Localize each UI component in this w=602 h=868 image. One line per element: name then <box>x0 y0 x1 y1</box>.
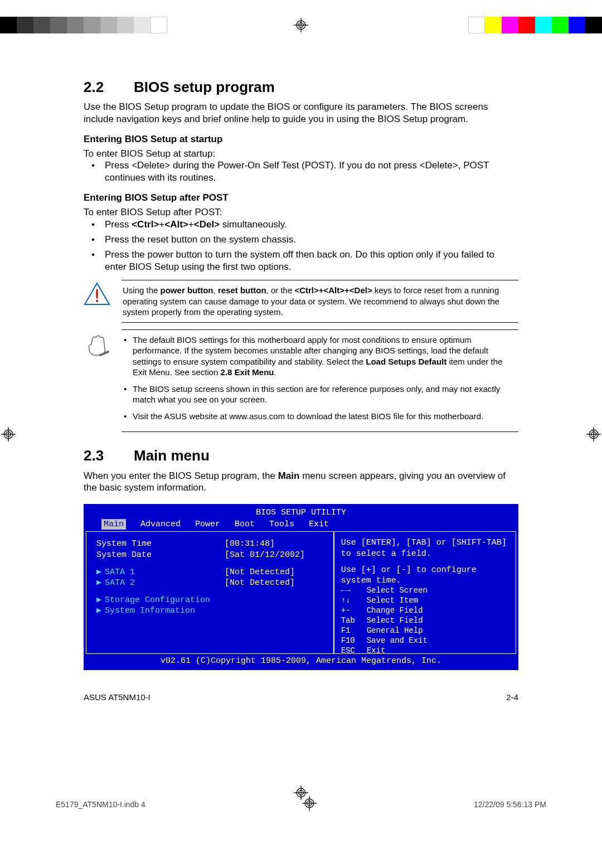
list-item: Press the reset button on the system cha… <box>105 234 518 246</box>
bullet-list: Press <Delete> during the Power-On Self … <box>84 159 518 184</box>
footer-model: ASUS AT5NM10-I <box>84 692 151 702</box>
note-text: Using the power button, reset button, or… <box>122 280 518 323</box>
bios-tab: Tools <box>269 519 294 530</box>
registration-mark-icon <box>0 426 17 443</box>
bios-tab: Power <box>195 519 220 530</box>
page-footer: ASUS AT5NM10-I 2-4 <box>84 692 518 702</box>
list-item: The default BIOS settings for this mothe… <box>133 334 517 378</box>
info-note: The default BIOS settings for this mothe… <box>84 329 518 433</box>
page-content: 2.2 BIOS setup program Use the BIOS Setu… <box>84 78 518 670</box>
registration-mark-icon <box>585 426 602 443</box>
bios-help-text: Use [+] or [-] to configure system time. <box>341 565 509 586</box>
lead-text: To enter BIOS Setup after POST: <box>84 206 518 219</box>
bios-main-pane: System Time[00:31:48]System Date[Sat 01/… <box>86 531 334 654</box>
list-item: Press <Ctrl>+<Alt>+<Del> simultaneously. <box>105 219 518 231</box>
warning-icon <box>84 280 111 309</box>
note-list: The default BIOS settings for this mothe… <box>122 329 518 433</box>
list-item: The BIOS setup screens shown in this sec… <box>133 384 517 405</box>
bios-tab-bar: MainAdvancedPowerBootToolsExit <box>86 519 516 531</box>
lead-text: To enter BIOS Setup at startup: <box>84 148 518 160</box>
bios-tab: Advanced <box>140 519 181 530</box>
print-file: E5179_AT5NM10-I.indb 4 <box>56 800 145 809</box>
bios-help-text: Use [ENTER], [TAB] or [SHIFT-TAB] to sel… <box>341 537 509 559</box>
section-intro: Use the BIOS Setup program to update the… <box>84 101 518 125</box>
registration-mark-icon <box>302 796 317 812</box>
list-item: Visit the ASUS website at www.asus.com t… <box>133 411 517 422</box>
bios-tab: Exit <box>309 519 329 530</box>
subheading: Entering BIOS Setup after POST <box>84 192 518 204</box>
footer-page: 2-4 <box>506 692 518 702</box>
bios-tab: Main <box>101 519 126 530</box>
list-item: Press <Delete> during the Power-On Self … <box>105 159 518 184</box>
section-heading: 2.2 BIOS setup program <box>84 78 518 96</box>
svg-point-17 <box>96 300 98 302</box>
bios-copyright: v02.61 (C)Copyright 1985-2009, American … <box>86 654 516 667</box>
hand-note-icon <box>84 329 111 362</box>
list-item: Press the power button to turn the syste… <box>105 249 518 273</box>
bios-screenshot: BIOS SETUP UTILITY MainAdvancedPowerBoot… <box>84 504 518 670</box>
bios-tab: Boot <box>235 519 255 530</box>
section-intro: When you enter the BIOS Setup program, t… <box>84 470 518 494</box>
registration-mark-icon <box>293 17 309 33</box>
bios-title: BIOS SETUP UTILITY <box>86 506 516 519</box>
bios-key-legend: ←→Select Screen↑↓Select Item+-Change Fie… <box>341 586 509 656</box>
bullet-list: Press <Ctrl>+<Alt>+<Del> simultaneously.… <box>84 219 518 273</box>
bios-help-pane: Use [ENTER], [TAB] or [SHIFT-TAB] to sel… <box>334 531 516 654</box>
section-heading: 2.3 Main menu <box>84 447 518 465</box>
subheading: Entering BIOS Setup at startup <box>84 133 518 146</box>
print-timestamp: 12/22/09 5:56:13 PM <box>474 800 546 809</box>
print-footer: E5179_AT5NM10-I.indb 4 12/22/09 5:56:13 … <box>56 796 546 812</box>
warning-note: Using the power button, reset button, or… <box>84 280 518 323</box>
